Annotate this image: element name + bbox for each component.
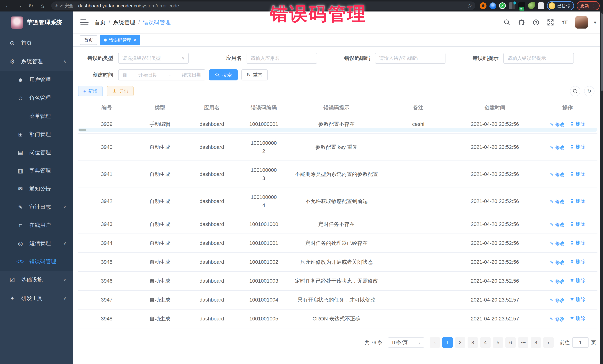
sidebar-item-online-users[interactable]: ⌗在线用户 [0,216,73,234]
export-button[interactable]: 导出 [107,86,134,96]
page-size-select[interactable]: 10条/页 ∨ [388,337,424,348]
sidebar-item-role-management[interactable]: ☺角色管理 [0,89,73,107]
end-date-placeholder[interactable]: 结束日期 [182,72,201,78]
page-button-5[interactable]: 5 [493,337,503,348]
help-icon[interactable] [532,18,540,26]
sidebar-item-user-management[interactable]: ☻用户管理 [0,71,73,89]
page-button-2[interactable]: 2 [455,337,465,348]
add-button[interactable]: + 新增 [78,86,103,96]
browser-back-icon[interactable]: ← [3,1,12,10]
delete-link[interactable]: 删除 [570,171,585,177]
edit-link[interactable]: ✎修改 [550,259,565,266]
sidebar-item-audit-log[interactable]: ✎审计日志∨ [0,198,73,216]
error-type-select[interactable]: 请选择错误码类型 ∨ [118,53,189,64]
window-scrollbar-thumb[interactable] [601,13,603,91]
ext-blue-drop-icon[interactable] [489,2,496,9]
page-button-4[interactable]: 4 [480,337,491,348]
delete-link[interactable]: 删除 [570,144,585,150]
not-secure-warning[interactable]: ⚠ 不安全 [55,3,73,9]
window-scrollbar[interactable] [600,11,603,364]
create-time-label: 创建时间 [78,71,113,78]
search-button[interactable]: 搜索 [209,69,238,80]
page-button-6[interactable]: 6 [505,337,516,348]
sidebar-item-home[interactable]: ⊙首页 [0,34,73,52]
bookmark-star-icon[interactable]: ☆ [467,3,472,9]
toggle-search-button[interactable] [570,86,580,96]
ext-green-check-icon[interactable]: ✓ [499,2,506,9]
edit-link[interactable]: ✎修改 [550,171,565,178]
delete-link[interactable]: 删除 [570,259,585,265]
sidebar-item-infrastructure[interactable]: ☑基础设施∨ [0,271,73,289]
error-message-input[interactable] [508,55,570,61]
browser-menu-dots-icon[interactable]: ⋮ [592,3,596,8]
sidebar-collapse-icon[interactable] [80,19,89,26]
font-size-icon[interactable]: tT [561,18,569,26]
breadcrumb-home[interactable]: 首页 [94,19,105,26]
table-horizontal-scrollbar[interactable] [78,128,597,132]
jump-page-input[interactable] [572,337,589,348]
address-bar[interactable]: ⚠ 不安全 dashboard.yudao.iocoder.cn/system/… [51,1,475,10]
date-range-picker[interactable]: ▦ 开始日期 - 结束日期 [118,69,205,80]
sidebar-item-dictionary-management[interactable]: ▥字典管理 [0,162,73,180]
breadcrumb-system[interactable]: 系统管理 [113,19,135,26]
sidebar-item-system-management[interactable]: ⚙系统管理∧ [0,52,73,71]
delete-link[interactable]: 删除 [570,277,585,284]
sidebar-item-sms-management[interactable]: ◎短信管理∨ [0,234,73,253]
audit-log-icon: ✎ [16,204,24,210]
refresh-table-button[interactable]: ↻ [584,86,594,96]
edit-link[interactable]: ✎修改 [550,297,565,304]
sidebar-item-dev-tools[interactable]: ✦研发工具∨ [0,289,73,308]
header-search-icon[interactable] [503,18,511,26]
delete-link[interactable]: 删除 [570,121,585,127]
sidebar-item-announcement[interactable]: ✉通知公告 [0,180,73,198]
scrollbar-thumb[interactable] [79,129,86,131]
browser-home-icon[interactable]: ⌂ [38,1,47,10]
ext-dark-icon[interactable]: on [518,2,525,9]
page-ellipsis[interactable]: ••• [518,337,528,348]
edit-link[interactable]: ✎修改 [550,278,565,285]
edit-link[interactable]: ✎修改 [550,240,565,247]
sidebar-item-department-management[interactable]: ⊞部门管理 [0,125,73,143]
browser-forward-icon[interactable]: → [15,1,24,10]
app-name-input[interactable] [251,55,313,61]
browser-reload-icon[interactable]: ↻ [26,1,35,10]
ext-leaf-icon[interactable] [528,2,535,9]
page-button-8[interactable]: 8 [531,337,541,348]
prev-page-button[interactable]: ‹ [430,337,440,348]
browser-update-button[interactable]: 更新 ⋮ [577,1,600,10]
github-icon[interactable] [517,18,526,26]
tab-error-code[interactable]: 错误码管理× [100,35,140,45]
sidebar-item-post-management[interactable]: ▤岗位管理 [0,143,73,162]
edit-link[interactable]: ✎修改 [550,199,565,205]
page-button-1[interactable]: 1 [442,337,453,348]
fullscreen-icon[interactable] [546,18,555,26]
delete-link[interactable]: 删除 [570,296,585,303]
page-button-3[interactable]: 3 [468,337,478,348]
sidebar-item-error-code-management[interactable]: </>错误码管理 [0,253,73,271]
next-page-button[interactable]: › [543,337,554,348]
refresh-icon: ↻ [247,72,251,78]
edit-link[interactable]: ✎修改 [550,144,565,151]
tab-home[interactable]: 首页 [80,35,97,45]
delete-link[interactable]: 删除 [570,315,585,322]
ext-blocks-icon[interactable] [509,2,515,9]
delete-link[interactable]: 删除 [570,221,585,227]
edit-link[interactable]: ✎修改 [550,121,565,128]
user-avatar[interactable] [575,16,588,29]
app-logo[interactable]: 芋道管理系统 [0,11,73,34]
edit-link[interactable]: ✎修改 [550,221,565,228]
user-menu-caret-icon[interactable]: ▾ [594,20,596,25]
reset-button[interactable]: ↻ 重置 [241,69,268,80]
edit-icon: ✎ [550,172,554,177]
edit-link[interactable]: ✎修改 [550,316,565,322]
start-date-placeholder[interactable]: 开始日期 [138,72,158,78]
browser-profile-chip[interactable]: 已暂停 [547,1,574,10]
error-code-input[interactable] [379,55,441,61]
ext-orange-icon[interactable] [480,2,487,9]
tab-close-icon[interactable]: × [133,38,136,43]
delete-link[interactable]: 删除 [570,198,585,204]
sidebar-item-menu-management[interactable]: ≣菜单管理 [0,107,73,125]
extensions-puzzle-icon[interactable] [538,2,544,9]
cell-created: 2021-04-20 23:52:56 [452,215,538,234]
delete-link[interactable]: 删除 [570,240,585,246]
